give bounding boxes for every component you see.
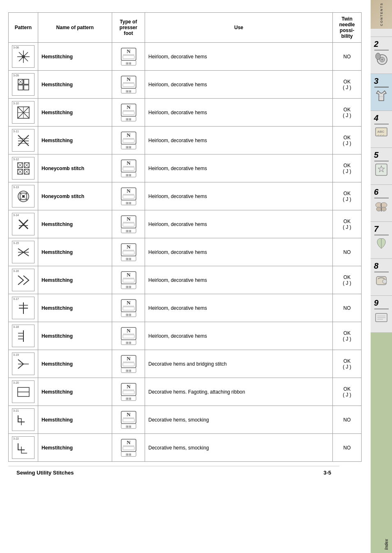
svg-point-161 — [376, 207, 381, 211]
twin-needle-3-15: NO — [333, 238, 362, 266]
tab-7-divider — [374, 235, 389, 235]
col-header-name: Name of pattern — [38, 13, 112, 43]
svg-text:⊞⊞: ⊞⊞ — [126, 313, 131, 317]
sidebar-tab-7[interactable]: 7 — [371, 222, 392, 259]
pattern-cell-3-14: 3-14 — [9, 210, 38, 238]
pattern-cell-3-20: 3-20 — [9, 378, 38, 406]
svg-rect-12 — [24, 79, 29, 84]
sidebar: CONTENTS 1 2 — [371, 0, 392, 553]
pattern-cell-3-11: 3-11 — [9, 127, 38, 154]
use-description-3-10: Heirloom, decorative hems — [145, 99, 333, 127]
table-row: 3-08 Hemstitching N ⊞⊞ Heirloom, decorat… — [9, 43, 362, 71]
pattern-number: 3-20 — [13, 381, 19, 384]
pattern-image: 3-12 — [12, 157, 35, 180]
svg-text:N: N — [127, 272, 131, 278]
sidebar-tab-3[interactable]: 3 — [371, 74, 392, 111]
pattern-number: 3-21 — [13, 409, 19, 412]
svg-rect-20 — [123, 83, 134, 87]
pattern-name-3-18: Hemstitching — [38, 322, 112, 350]
table-row: 3-11 Hemstitching N ⊞⊞ Heirloom, decorat… — [9, 127, 362, 154]
svg-point-67 — [22, 195, 25, 198]
pattern-image: 3-17 — [12, 297, 35, 319]
pattern-number: 3-10 — [13, 102, 19, 105]
use-description-3-13: Heirloom, decorative hems — [145, 182, 333, 210]
twin-needle-3-16: OK ( J ) — [333, 266, 362, 294]
col-header-presser: Type of presser foot — [112, 13, 145, 43]
use-description-3-22: Decorative hems, smocking — [145, 434, 333, 462]
svg-text:N: N — [127, 439, 131, 445]
tab-5-number: 5 — [372, 150, 378, 160]
pattern-name-3-11: Hemstitching — [38, 127, 112, 154]
sidebar-tab-6[interactable]: 6 — [371, 185, 392, 222]
pattern-image: 3-14 — [12, 213, 35, 235]
presser-foot-3-09: N ⊞⊞ — [112, 71, 145, 99]
use-description-3-09: Heirloom, decorative hems — [145, 71, 333, 99]
svg-text:N: N — [127, 132, 131, 138]
use-description-3-21: Decorative hems, smocking — [145, 406, 333, 434]
tab-7-number: 7 — [372, 224, 378, 234]
table-row: 3-15 Hemstitching N ⊞⊞ Heirloom, decorat… — [9, 238, 362, 266]
sidebar-tab-2[interactable]: 2 — [371, 37, 392, 74]
pattern-cell-3-22: 3-22 — [9, 434, 38, 462]
tab-3-divider — [374, 87, 389, 88]
tab-6-icon — [374, 199, 389, 216]
svg-text:N: N — [127, 383, 131, 389]
svg-text:⊞⊞: ⊞⊞ — [126, 397, 131, 401]
svg-text:⊞⊞: ⊞⊞ — [126, 453, 131, 456]
pattern-image: 3-21 — [12, 408, 35, 431]
pattern-number: 3-08 — [13, 46, 19, 49]
pattern-name-3-21: Hemstitching — [38, 406, 112, 434]
table-row: 3-16 Hemstitching N ⊞⊞ Heirloom, decorat… — [9, 266, 362, 294]
presser-foot-3-21: N ⊞⊞ — [112, 406, 145, 434]
presser-foot-3-15: N ⊞⊞ — [112, 238, 145, 266]
table-row: 3-13 Honeycomb stitch N ⊞⊞ Heirloom, dec… — [9, 182, 362, 210]
pattern-image: 3-15 — [12, 241, 35, 263]
svg-rect-121 — [123, 363, 134, 366]
sidebar-tab-9[interactable]: 9 — [371, 296, 392, 333]
use-description-3-16: Heirloom, decorative hems — [145, 266, 333, 294]
svg-text:⊞⊞: ⊞⊞ — [126, 62, 131, 65]
tab-4-number: 4 — [372, 113, 378, 123]
pattern-cell-3-18: 3-18 — [9, 322, 38, 350]
svg-text:N: N — [127, 216, 131, 222]
svg-rect-8 — [123, 55, 134, 59]
tab-6-divider — [374, 198, 389, 198]
pattern-cell-3-12: 3-12 — [9, 154, 38, 182]
pattern-image: 3-18 — [12, 325, 35, 347]
tab-8-number: 8 — [372, 261, 378, 271]
svg-text:⊞⊞: ⊞⊞ — [126, 425, 131, 429]
tab-3-icon — [374, 88, 389, 105]
pattern-cell-3-08: 3-08 — [9, 43, 38, 71]
sidebar-tab-contents[interactable]: CONTENTS — [371, 0, 392, 29]
sidebar-tab-5[interactable]: 5 — [371, 148, 392, 185]
svg-rect-95 — [123, 279, 134, 282]
tab-9-number: 9 — [372, 298, 378, 308]
pattern-number: 3-14 — [13, 214, 19, 217]
pattern-number: 3-13 — [13, 186, 19, 189]
pattern-name-3-17: Hemstitching — [38, 294, 112, 322]
svg-rect-60 — [123, 167, 134, 171]
pattern-name-3-19: Hemstitching — [38, 350, 112, 378]
table-row: 3-21 Hemstitching N ⊞⊞ Decorative hems, … — [9, 406, 362, 434]
use-description-3-15: Heirloom, decorative hems — [145, 238, 333, 266]
svg-text:⊞⊞: ⊞⊞ — [126, 257, 131, 261]
stitch-reference-table: Pattern Name of pattern Type of presser … — [8, 12, 362, 462]
sidebar-tab-4[interactable]: 4 ABC ✓✓✓ — [371, 111, 392, 148]
pattern-cell-3-15: 3-15 — [9, 238, 38, 266]
twin-needle-3-21: NO — [333, 406, 362, 434]
use-description-3-18: Heirloom, decorative hems — [145, 322, 333, 350]
svg-point-166 — [383, 279, 387, 283]
twin-needle-3-14: OK ( J ) — [333, 210, 362, 238]
twin-needle-3-10: OK ( J ) — [333, 99, 362, 127]
tab-5-icon — [374, 162, 389, 179]
sidebar-tab-8[interactable]: 8 — [371, 259, 392, 296]
svg-text:⊞⊞: ⊞⊞ — [126, 285, 131, 289]
tab-5-divider — [374, 161, 389, 161]
pattern-cell-3-09: 3-09 — [9, 71, 38, 99]
tab-6-number: 6 — [372, 187, 378, 197]
pattern-cell-3-21: 3-21 — [9, 406, 38, 434]
svg-text:⊞⊞: ⊞⊞ — [126, 118, 131, 121]
pattern-cell-3-19: 3-19 — [9, 350, 38, 378]
sidebar-tab-index[interactable]: Index — [371, 333, 392, 553]
svg-text:✓✓✓: ✓✓✓ — [377, 134, 385, 136]
